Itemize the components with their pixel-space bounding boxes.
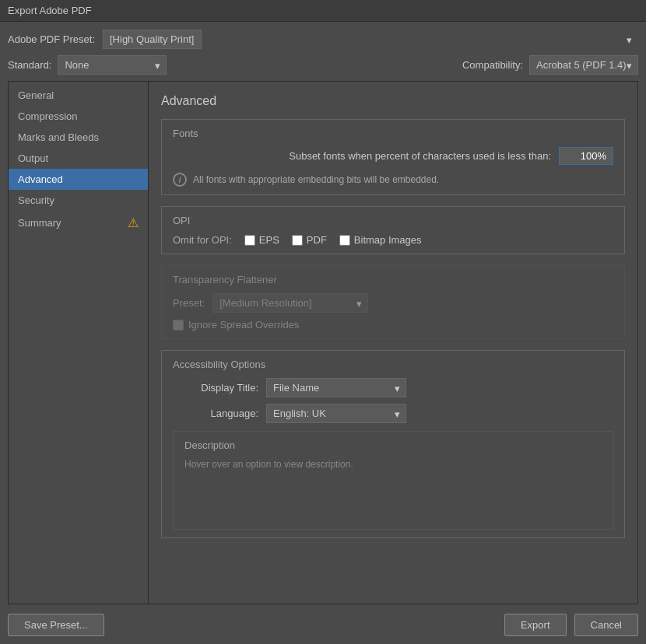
display-title-label: Display Title:: [173, 382, 258, 394]
ignore-spread-label: Ignore Spread Overrides: [188, 319, 299, 331]
sidebar-item-marks-label: Marks and Bleeds: [18, 131, 99, 143]
standard-select[interactable]: None: [58, 55, 167, 75]
display-title-wrap: File NameDocument Title: [266, 378, 406, 397]
info-icon: i: [173, 173, 187, 187]
opi-eps-item[interactable]: EPS: [244, 234, 279, 246]
opi-eps-label: EPS: [259, 234, 279, 246]
opi-row: Omit for OPI: EPS PDF Bitmap Images: [173, 234, 613, 246]
description-section: Description Hover over an option to view…: [173, 431, 613, 530]
opi-pdf-item[interactable]: PDF: [292, 234, 327, 246]
action-buttons: Export Cancel: [504, 614, 638, 636]
omit-label: Omit for OPI:: [173, 234, 232, 246]
sidebar-item-compression[interactable]: Compression: [9, 106, 148, 127]
compatibility-select[interactable]: Acrobat 5 (PDF 1.4): [529, 55, 638, 75]
opi-bitmap-checkbox[interactable]: [339, 235, 350, 246]
opi-bitmap-item[interactable]: Bitmap Images: [339, 234, 422, 246]
sidebar-item-summary[interactable]: Summary ⚠: [9, 211, 148, 235]
transparency-section: Transparency Flattener Preset: [Medium R…: [161, 265, 625, 339]
language-select-wrap: English: UKEnglish: USFrenchGermanSpanis…: [266, 404, 406, 423]
language-select[interactable]: English: UKEnglish: USFrenchGermanSpanis…: [266, 404, 406, 423]
preset-row: Adobe PDF Preset: [High Quality Print]: [8, 30, 638, 49]
content-area: Advanced Fonts Subset fonts when percent…: [149, 82, 637, 604]
accessibility-section: Accessibility Options Display Title: Fil…: [161, 350, 625, 538]
fonts-info-text: All fonts with appropriate embedding bit…: [193, 174, 439, 185]
dialog-body: Adobe PDF Preset: [High Quality Print] S…: [0, 22, 646, 644]
content-title: Advanced: [161, 94, 625, 108]
sidebar-item-general[interactable]: General: [9, 85, 148, 106]
opi-eps-checkbox[interactable]: [244, 235, 255, 246]
opi-pdf-checkbox[interactable]: [292, 235, 303, 246]
fonts-section-label: Fonts: [173, 128, 613, 139]
preset-label: Adobe PDF Preset:: [8, 33, 95, 45]
display-title-select[interactable]: File NameDocument Title: [266, 378, 406, 397]
warning-icon: ⚠: [128, 215, 139, 230]
sidebar-item-advanced[interactable]: Advanced: [9, 169, 148, 190]
transparency-preset-label: Preset:: [173, 297, 205, 309]
percent-input[interactable]: [559, 147, 613, 165]
transparency-section-label: Transparency Flattener: [173, 274, 613, 285]
sidebar-item-general-label: General: [18, 89, 54, 101]
opi-section: OPI Omit for OPI: EPS PDF: [161, 206, 625, 254]
sidebar-item-marks-and-bleeds[interactable]: Marks and Bleeds: [9, 127, 148, 148]
opi-bitmap-label: Bitmap Images: [354, 234, 422, 246]
accessibility-section-label: Accessibility Options: [173, 359, 613, 370]
sidebar-item-security[interactable]: Security: [9, 190, 148, 211]
cancel-button[interactable]: Cancel: [574, 614, 638, 636]
main-area: General Compression Marks and Bleeds Out…: [8, 81, 638, 604]
sidebar-item-advanced-label: Advanced: [18, 173, 63, 185]
sidebar-item-output[interactable]: Output: [9, 148, 148, 169]
standard-select-wrap: None: [58, 55, 167, 75]
transparency-preset-select: [Medium Resolution]: [212, 293, 368, 313]
bottom-bar: Save Preset... Export Cancel: [8, 611, 638, 636]
transparency-preset-row: Preset: [Medium Resolution]: [173, 293, 613, 313]
sidebar: General Compression Marks and Bleeds Out…: [9, 82, 149, 604]
sidebar-item-compression-label: Compression: [18, 110, 78, 122]
language-row: Language: English: UKEnglish: USFrenchGe…: [173, 404, 613, 423]
title-bar: Export Adobe PDF: [0, 0, 646, 22]
fonts-section: Fonts Subset fonts when percent of chara…: [161, 119, 625, 195]
preset-select[interactable]: [High Quality Print]: [103, 30, 202, 49]
transparency-preset-wrap: [Medium Resolution]: [212, 293, 368, 313]
description-section-label: Description: [184, 439, 602, 451]
compatibility-label: Compatibility:: [462, 59, 523, 71]
language-label: Language:: [173, 408, 258, 419]
fonts-subset-row: Subset fonts when percent of characters …: [173, 147, 613, 165]
standard-label: Standard:: [8, 59, 51, 71]
opi-section-label: OPI: [173, 215, 613, 226]
compatibility-group: Compatibility: Acrobat 5 (PDF 1.4): [462, 55, 638, 75]
ignore-spread-row: Ignore Spread Overrides: [173, 319, 613, 331]
standard-row: Standard: None Compatibility: Acrobat 5 …: [8, 55, 638, 75]
sidebar-item-summary-label: Summary: [18, 217, 61, 229]
dialog-title: Export Adobe PDF: [8, 5, 92, 16]
save-preset-button[interactable]: Save Preset...: [8, 614, 104, 636]
sidebar-item-output-label: Output: [18, 152, 48, 164]
fonts-info-row: i All fonts with appropriate embedding b…: [173, 173, 613, 187]
opi-pdf-label: PDF: [307, 234, 327, 246]
standard-group: Standard: None: [8, 55, 167, 75]
subset-label: Subset fonts when percent of characters …: [289, 150, 551, 162]
description-text: Hover over an option to view description…: [184, 459, 602, 521]
preset-select-wrapper: [High Quality Print]: [103, 30, 638, 49]
ignore-spread-checkbox: [173, 320, 184, 331]
display-title-row: Display Title: File NameDocument Title: [173, 378, 613, 397]
export-button[interactable]: Export: [504, 614, 567, 636]
sidebar-item-security-label: Security: [18, 194, 54, 206]
opi-checkbox-group: EPS PDF Bitmap Images: [244, 234, 422, 246]
compatibility-select-wrap: Acrobat 5 (PDF 1.4): [529, 55, 638, 75]
